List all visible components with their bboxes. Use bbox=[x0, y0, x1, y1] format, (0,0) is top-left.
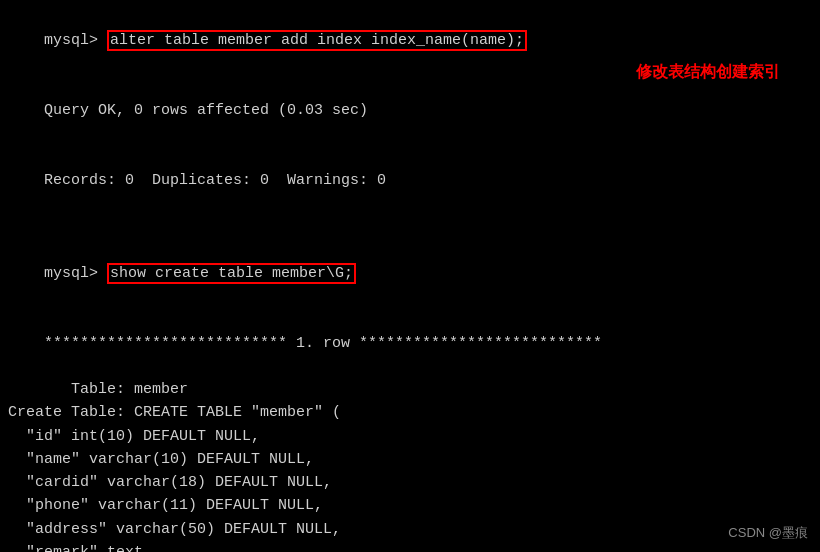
prompt-1: mysql> bbox=[44, 32, 107, 49]
cmd-alter: alter table member add index index_name(… bbox=[107, 30, 527, 51]
line-remark: "remark" text, bbox=[8, 541, 812, 552]
watermark: CSDN @墨痕 bbox=[728, 524, 808, 542]
line-2: Query OK, 0 rows affected (0.03 sec) bbox=[8, 76, 812, 146]
line-cardid: "cardid" varchar(18) DEFAULT NULL, bbox=[8, 471, 812, 494]
cmd-show: show create table member\G; bbox=[107, 263, 356, 284]
line-phone: "phone" varchar(11) DEFAULT NULL, bbox=[8, 494, 812, 517]
line-id: "id" int(10) DEFAULT NULL, bbox=[8, 425, 812, 448]
line-table: Table: member bbox=[8, 378, 812, 401]
line-create: Create Table: CREATE TABLE "member" ( bbox=[8, 401, 812, 424]
line-name: "name" varchar(10) DEFAULT NULL, bbox=[8, 448, 812, 471]
annotation-text: 修改表结构创建索引 bbox=[636, 62, 780, 83]
prompt-2: mysql> bbox=[44, 265, 107, 282]
line-address: "address" varchar(50) DEFAULT NULL, bbox=[8, 518, 812, 541]
terminal: mysql> alter table member add index inde… bbox=[0, 0, 820, 552]
line-stars: *************************** 1. row *****… bbox=[8, 308, 812, 378]
line-5: mysql> show create table member\G; bbox=[8, 239, 812, 309]
line-3: Records: 0 Duplicates: 0 Warnings: 0 bbox=[8, 146, 812, 216]
line-blank-1 bbox=[8, 215, 812, 238]
